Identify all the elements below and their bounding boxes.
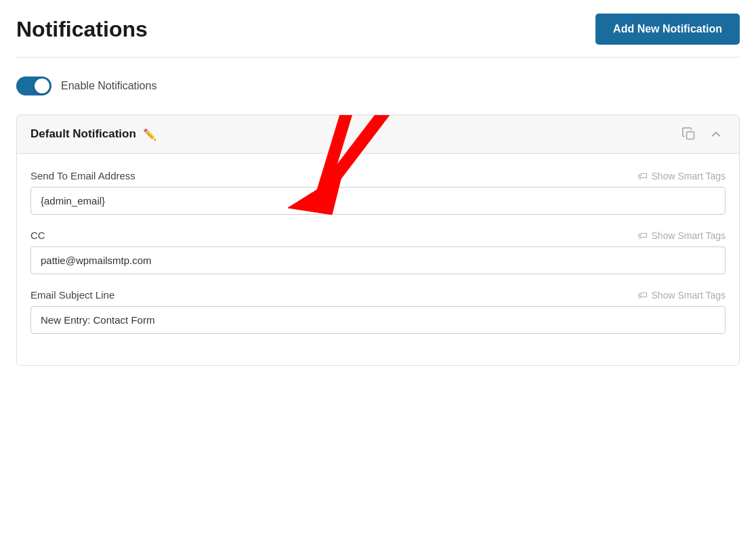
enable-notifications-toggle[interactable] <box>16 77 51 95</box>
notification-card: Default Notification ✏️ <box>16 114 740 366</box>
enable-notifications-row: Enable Notifications <box>16 77 740 95</box>
duplicate-button[interactable] <box>679 125 698 144</box>
duplicate-icon <box>682 127 696 141</box>
page-header: Notifications Add New Notification <box>16 14 740 58</box>
tag-icon-send-to: 🏷 <box>637 170 648 181</box>
cc-field-header: CC 🏷 Show Smart Tags <box>30 230 726 241</box>
notification-card-header: Default Notification ✏️ <box>17 115 739 154</box>
page-container: Notifications Add New Notification Enabl… <box>0 0 756 541</box>
tag-icon-cc: 🏷 <box>637 230 648 241</box>
show-smart-tags-send-to-label: Show Smart Tags <box>652 171 726 181</box>
chevron-up-icon <box>709 127 723 141</box>
email-subject-field-row: Email Subject Line 🏷 Show Smart Tags <box>30 289 726 334</box>
toggle-slider <box>16 77 51 95</box>
notification-card-title: Default Notification <box>30 127 136 141</box>
show-smart-tags-send-to-button[interactable]: 🏷 Show Smart Tags <box>637 170 726 181</box>
email-subject-label: Email Subject Line <box>30 289 114 301</box>
notification-card-body: Send To Email Address 🏷 Show Smart Tags … <box>17 154 739 365</box>
cc-field-row: CC 🏷 Show Smart Tags <box>30 230 726 274</box>
add-notification-button[interactable]: Add New Notification <box>595 14 740 45</box>
email-subject-field-header: Email Subject Line 🏷 Show Smart Tags <box>30 289 726 301</box>
collapse-button[interactable] <box>707 125 726 144</box>
send-to-email-field-row: Send To Email Address 🏷 Show Smart Tags <box>30 170 726 215</box>
show-smart-tags-subject-label: Show Smart Tags <box>652 290 726 301</box>
send-to-email-field-header: Send To Email Address 🏷 Show Smart Tags <box>30 170 726 181</box>
card-header-actions <box>679 125 726 144</box>
edit-icon[interactable]: ✏️ <box>143 128 156 141</box>
cc-input[interactable] <box>30 246 726 274</box>
send-to-email-label: Send To Email Address <box>30 170 135 181</box>
email-subject-input[interactable] <box>30 306 726 334</box>
show-smart-tags-cc-button[interactable]: 🏷 Show Smart Tags <box>637 230 726 241</box>
show-smart-tags-subject-button[interactable]: 🏷 Show Smart Tags <box>637 289 726 301</box>
svg-rect-0 <box>687 132 694 139</box>
send-to-email-input[interactable] <box>30 187 726 215</box>
notification-card-title-row: Default Notification ✏️ <box>30 127 156 141</box>
page-title: Notifications <box>16 17 148 42</box>
tag-icon-subject: 🏷 <box>637 289 648 301</box>
cc-label: CC <box>30 230 45 241</box>
show-smart-tags-cc-label: Show Smart Tags <box>652 230 726 241</box>
enable-notifications-label: Enable Notifications <box>61 80 156 92</box>
svg-marker-3 <box>288 174 342 215</box>
